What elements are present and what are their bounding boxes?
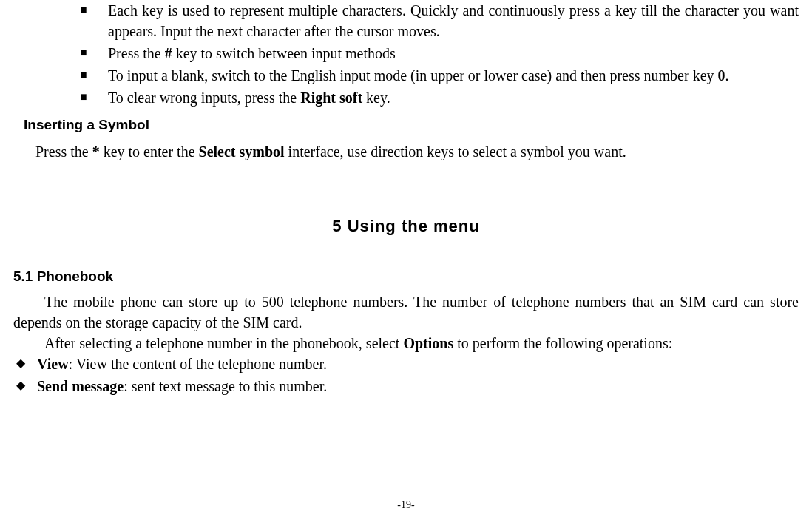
text: interface, use direction keys to select … xyxy=(285,143,626,160)
option-send-message: Send message: sent text message to this … xyxy=(16,376,799,396)
paragraph-press-star: Press the * key to enter the Select symb… xyxy=(35,141,799,162)
chapter-title: 5 Using the menu xyxy=(13,215,799,238)
page-number: -19- xyxy=(0,498,812,513)
text: After selecting a telephone number in th… xyxy=(44,335,403,351)
bullet-text: To input a blank, switch to the English … xyxy=(108,67,718,84)
bullet-text: key. xyxy=(362,89,390,106)
paragraph-phonebook-capacity: The mobile phone can store up to 500 tel… xyxy=(13,291,799,333)
star-key: * xyxy=(92,143,100,160)
text: to perform the following operations: xyxy=(453,335,672,351)
bullet-item: To input a blank, switch to the English … xyxy=(80,65,799,86)
bullet-list-top: Each key is used to represent multiple c… xyxy=(80,0,799,108)
bullet-text: key to switch between input methods xyxy=(172,45,396,61)
select-symbol-label: Select symbol xyxy=(199,143,285,160)
bullet-item: Press the # key to switch between input … xyxy=(80,43,799,64)
zero-key: 0 xyxy=(718,67,725,84)
hash-key: # xyxy=(165,45,172,61)
right-soft-key: Right soft xyxy=(300,89,362,106)
paragraph-options: After selecting a telephone number in th… xyxy=(13,333,799,354)
option-desc: : sent text message to this number. xyxy=(124,378,327,394)
text: Press the xyxy=(35,143,92,160)
bullet-text: Press the xyxy=(108,45,165,61)
text: key to enter the xyxy=(100,143,199,160)
bullet-text: . xyxy=(725,67,729,84)
option-label: Send message xyxy=(37,378,124,394)
options-label: Options xyxy=(403,335,453,351)
option-view: View: View the content of the telephone … xyxy=(16,354,799,374)
heading-phonebook: 5.1 Phonebook xyxy=(13,267,799,287)
options-list: View: View the content of the telephone … xyxy=(16,354,799,396)
option-label: View xyxy=(37,356,69,372)
bullet-item: To clear wrong inputs, press the Right s… xyxy=(80,87,799,108)
bullet-text: To clear wrong inputs, press the xyxy=(108,89,300,106)
option-desc: : View the content of the telephone numb… xyxy=(69,356,327,372)
heading-inserting-symbol: Inserting a Symbol xyxy=(24,115,799,135)
bullet-text: Each key is used to represent multiple c… xyxy=(108,2,799,39)
bullet-item: Each key is used to represent multiple c… xyxy=(80,0,799,41)
